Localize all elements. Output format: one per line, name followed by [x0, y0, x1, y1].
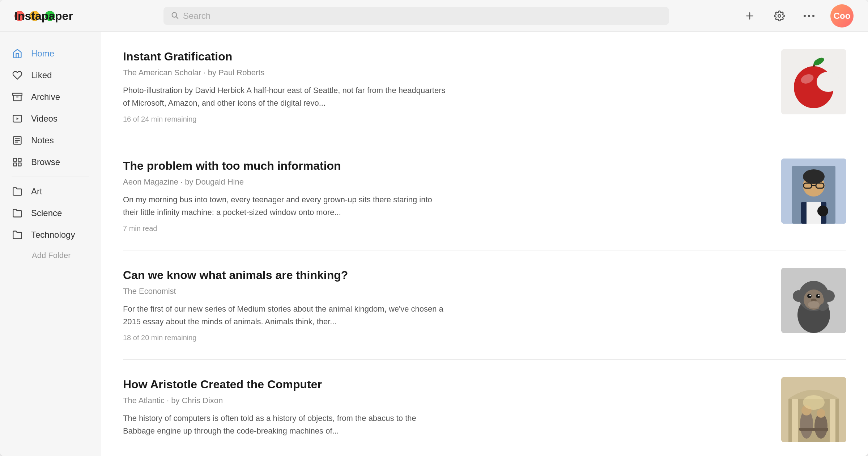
article-item[interactable]: Instant Gratification The American Schol… — [123, 32, 846, 141]
svg-rect-19 — [18, 163, 21, 166]
svg-rect-51 — [830, 399, 835, 442]
article-excerpt: The history of computers is often told a… — [123, 412, 448, 437]
article-text: The problem with too much information Ae… — [123, 159, 767, 233]
sidebar: Home Liked Archive — [0, 32, 101, 456]
svg-point-44 — [808, 301, 820, 308]
article-text: Instant Gratification The American Schol… — [123, 49, 767, 123]
svg-rect-17 — [18, 159, 21, 161]
sidebar-item-notes[interactable]: Notes — [0, 130, 101, 151]
svg-rect-8 — [13, 93, 22, 96]
article-text: How Aristotle Created the Computer The A… — [123, 377, 767, 443]
folder-science-icon — [12, 207, 23, 219]
svg-point-46 — [793, 290, 804, 302]
browse-icon — [12, 156, 23, 168]
sidebar-divider — [12, 177, 89, 177]
svg-point-42 — [818, 295, 820, 296]
heart-icon — [12, 69, 23, 81]
app-logo: Instapaper — [14, 9, 73, 22]
sidebar-item-science[interactable]: Science — [0, 202, 101, 224]
svg-point-57 — [803, 395, 825, 410]
svg-rect-18 — [14, 163, 17, 166]
sidebar-item-notes-label: Notes — [31, 135, 54, 145]
article-source: The Atlantic · by Chris Dixon — [123, 396, 767, 405]
article-excerpt: For the first of our new series of Mediu… — [123, 303, 448, 328]
article-thumbnail — [781, 159, 846, 224]
home-icon — [12, 48, 23, 59]
sidebar-item-browse[interactable]: Browse — [0, 151, 101, 173]
article-meta: 16 of 24 min remaining — [123, 115, 767, 123]
svg-point-55 — [817, 409, 825, 418]
add-button[interactable] — [741, 8, 758, 24]
folder-art-icon — [12, 186, 23, 197]
folder-technology-icon — [12, 229, 23, 241]
article-source: The Economist — [123, 287, 767, 296]
svg-marker-11 — [17, 118, 19, 120]
article-item[interactable]: Can we know what animals are thinking? T… — [123, 250, 846, 360]
svg-line-1 — [176, 17, 178, 18]
avatar[interactable]: Coo — [830, 4, 854, 28]
svg-point-23 — [817, 72, 840, 92]
article-text: Can we know what animals are thinking? T… — [123, 268, 767, 342]
notes-icon — [12, 135, 23, 146]
titlebar: Instapaper — [0, 0, 868, 32]
svg-point-47 — [823, 290, 835, 302]
svg-point-5 — [804, 15, 806, 17]
sidebar-item-liked[interactable]: Liked — [0, 64, 101, 86]
article-title: The problem with too much information — [123, 159, 767, 174]
sidebar-item-art[interactable]: Art — [0, 181, 101, 202]
sidebar-item-technology-label: Technology — [31, 230, 75, 240]
sidebar-item-archive[interactable]: Archive — [0, 86, 101, 108]
article-meta: 7 min read — [123, 224, 767, 233]
article-list: Instant Gratification The American Schol… — [101, 32, 868, 456]
sidebar-item-browse-label: Browse — [31, 157, 60, 167]
article-title: How Aristotle Created the Computer — [123, 377, 767, 392]
svg-point-4 — [778, 14, 781, 17]
search-bar — [163, 7, 669, 25]
article-thumbnail — [781, 49, 846, 114]
sidebar-item-archive-label: Archive — [31, 92, 60, 102]
article-meta: 18 of 20 min remaining — [123, 334, 767, 342]
toolbar-right: Coo — [741, 4, 854, 28]
article-source: The American Scholar · by Paul Roberts — [123, 68, 767, 77]
article-title: Can we know what animals are thinking? — [123, 268, 767, 283]
main-layout: Home Liked Archive — [0, 32, 868, 456]
sidebar-item-videos[interactable]: Videos — [0, 108, 101, 130]
svg-point-40 — [816, 294, 820, 298]
article-item[interactable]: How Aristotle Created the Computer The A… — [123, 360, 846, 456]
svg-point-34 — [817, 206, 828, 216]
article-excerpt: On my morning bus into town, every teena… — [123, 193, 448, 219]
sidebar-item-art-label: Art — [31, 186, 42, 197]
sidebar-item-science-label: Science — [31, 208, 62, 218]
svg-rect-56 — [799, 428, 828, 431]
article-thumbnail — [781, 268, 846, 333]
video-icon — [12, 113, 23, 124]
more-button[interactable] — [801, 11, 817, 21]
svg-point-6 — [808, 15, 810, 17]
svg-rect-16 — [14, 159, 17, 161]
article-thumbnail — [781, 377, 846, 442]
svg-point-7 — [812, 15, 814, 17]
sidebar-item-liked-label: Liked — [31, 70, 52, 80]
settings-button[interactable] — [771, 8, 788, 24]
article-excerpt: Photo-illustration by David Herbick A ha… — [123, 84, 448, 109]
svg-point-39 — [807, 294, 812, 298]
article-source: Aeon Magazine · by Dougald Hine — [123, 177, 767, 187]
archive-icon — [12, 91, 23, 103]
svg-point-31 — [803, 169, 825, 184]
app-window: Instapaper — [0, 0, 868, 456]
article-title: Instant Gratification — [123, 49, 767, 64]
search-input[interactable] — [183, 11, 662, 21]
svg-point-41 — [809, 295, 811, 296]
sidebar-item-home[interactable]: Home — [0, 43, 101, 64]
svg-rect-50 — [792, 399, 798, 442]
search-icon — [171, 11, 179, 21]
sidebar-item-technology[interactable]: Technology — [0, 224, 101, 246]
add-folder-button[interactable]: Add Folder — [0, 246, 101, 265]
sidebar-item-home-label: Home — [31, 48, 54, 59]
sidebar-item-videos-label: Videos — [31, 114, 58, 124]
article-item[interactable]: The problem with too much information Ae… — [123, 141, 846, 250]
